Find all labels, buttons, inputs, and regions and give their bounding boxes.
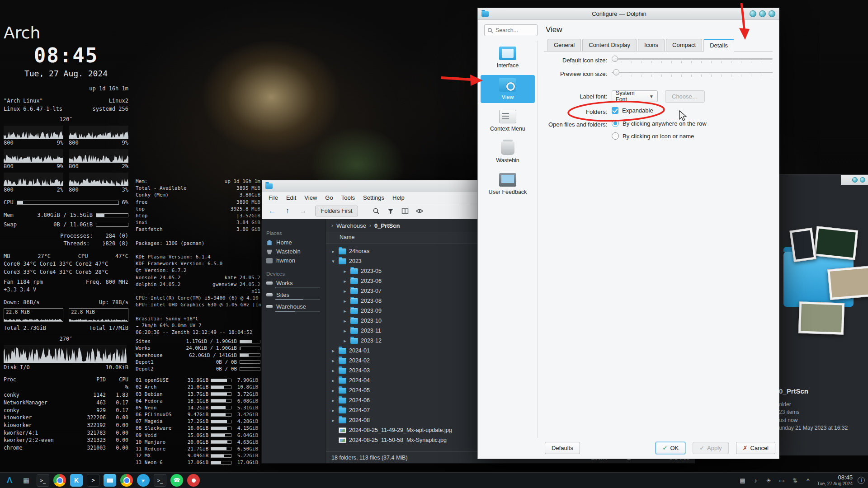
expander-icon[interactable] (330, 388, 336, 394)
close-icon[interactable] (769, 10, 775, 17)
device-entry[interactable]: Sites (262, 290, 326, 300)
settings-search[interactable] (484, 24, 538, 36)
expander-icon[interactable] (330, 408, 336, 413)
expander-icon[interactable] (330, 358, 336, 364)
dialog-titlebar[interactable]: Configure — Dolphin (478, 8, 779, 20)
brightness-icon[interactable]: ☀ (764, 477, 773, 484)
maximize-icon[interactable] (852, 177, 858, 183)
expander-icon[interactable] (342, 298, 348, 304)
filter-icon[interactable] (387, 207, 394, 215)
expander-icon[interactable] (342, 268, 348, 274)
radio-selected-icon[interactable] (612, 120, 619, 127)
forward-icon[interactable]: → (297, 206, 309, 216)
choose-font-button[interactable]: Choose… (665, 90, 705, 103)
terminal-launcher[interactable] (87, 474, 99, 487)
breadcrumb-item[interactable]: 0_PrtScn (374, 222, 400, 229)
menu-item[interactable]: Go (321, 193, 337, 202)
defaults-button[interactable]: Defaults (545, 442, 580, 454)
tab[interactable]: Icons (638, 39, 665, 51)
menu-item[interactable]: Settings (359, 193, 388, 202)
file-name: 2023-08 (361, 298, 382, 304)
close-icon[interactable] (860, 177, 865, 183)
chrome-launcher[interactable] (53, 474, 66, 487)
expander-icon[interactable] (330, 348, 336, 354)
slider-handle[interactable] (612, 56, 618, 62)
places-item[interactable]: hwmon (262, 255, 326, 264)
mount-usage: 0B / 0B (172, 366, 237, 372)
open-icon-option[interactable]: By clicking on icon or name (612, 132, 694, 140)
clipboard-icon[interactable]: ▤ (738, 477, 746, 484)
whatsapp-task[interactable] (170, 474, 183, 487)
places-item[interactable]: Home (262, 237, 326, 246)
volume-icon[interactable]: ♪ (751, 477, 760, 484)
search-input[interactable] (495, 27, 532, 33)
background-file-window[interactable]: 0_PrtScn older 23 items ust now unday 21… (775, 174, 868, 455)
open-row-option[interactable]: By clicking anywhere on the row (612, 120, 707, 127)
maximize-icon[interactable] (759, 10, 766, 17)
checkbox-checked-icon[interactable] (612, 107, 618, 114)
expander-icon[interactable] (330, 368, 336, 374)
cancel-button[interactable]: ✗ Cancel (736, 442, 775, 454)
folders-first-button[interactable]: Folders First (315, 206, 358, 216)
tab[interactable]: Content Display (582, 39, 637, 51)
system-settings-launcher[interactable] (70, 474, 83, 487)
konsole-task[interactable] (154, 474, 166, 487)
slider-handle[interactable] (613, 69, 619, 75)
background-window-titlebar (841, 175, 868, 185)
expander-icon[interactable] (342, 328, 348, 334)
radio-unselected-icon[interactable] (612, 132, 619, 140)
tab[interactable]: Details (703, 39, 734, 52)
label-font-select[interactable]: System Font ▼ (612, 90, 658, 102)
dolphin-task[interactable] (104, 474, 116, 487)
ok-button[interactable]: ✓ OK (656, 442, 685, 454)
display-icon[interactable]: ▭ (778, 477, 786, 484)
configure-dolphin-dialog[interactable]: Configure — Dolphin Interface View (477, 8, 779, 459)
net-up-waveform (69, 316, 127, 321)
expander-icon[interactable] (342, 318, 348, 324)
media-task[interactable] (187, 474, 200, 487)
up-icon[interactable]: ↑ (282, 206, 293, 216)
konsole-launcher[interactable] (37, 474, 49, 487)
apply-button[interactable]: ✓ Apply (693, 442, 728, 454)
menu-item[interactable]: Edit (282, 193, 300, 202)
notifications-icon[interactable]: i (858, 477, 865, 484)
User Feedback[interactable]: User Feedback (481, 170, 535, 198)
info-line-right: gwenview 24.05.2 (212, 281, 260, 288)
keep-above-icon[interactable] (750, 10, 756, 17)
network-icon[interactable]: ⇅ (791, 477, 799, 484)
Wastebin[interactable]: Wastebin (481, 138, 535, 166)
preview-icon-size-slider[interactable] (612, 68, 773, 78)
expandable-folders-option[interactable]: Expandable (612, 107, 653, 114)
split-view-icon[interactable] (401, 207, 409, 215)
default-icon-size-slider[interactable] (612, 54, 773, 64)
expander-icon[interactable] (330, 378, 336, 384)
expander-icon[interactable] (342, 308, 348, 314)
expander-icon[interactable] (330, 258, 336, 264)
expander-icon[interactable] (342, 288, 348, 294)
menu-item[interactable]: Tools (337, 193, 359, 202)
expander-icon[interactable] (342, 278, 348, 284)
taskbar-clock[interactable]: 08:45 Tue, 27 Aug 2024 (817, 474, 853, 487)
menu-item[interactable]: Help (388, 193, 409, 202)
expander-icon[interactable] (330, 249, 336, 254)
expander-icon[interactable] (330, 398, 336, 404)
expander-icon[interactable] (330, 418, 336, 423)
device-entry[interactable]: Works (262, 278, 326, 288)
places-item[interactable]: Wastebin (262, 246, 326, 255)
tab[interactable]: Compact (666, 39, 702, 51)
search-icon[interactable] (373, 207, 380, 215)
pager-widget[interactable] (20, 474, 33, 487)
chrome-task[interactable] (120, 474, 133, 487)
tab[interactable]: General (547, 39, 581, 51)
menu-item[interactable]: File (264, 193, 282, 202)
device-entry[interactable]: Warehouse (262, 301, 326, 312)
preview-eye-icon[interactable] (416, 207, 423, 215)
mem-value: 3.80GiB / 15.5GiB (17, 211, 93, 219)
breadcrumb-item[interactable]: Warehouse (336, 222, 366, 229)
expander-icon[interactable] (342, 338, 348, 344)
expand-tray-icon[interactable]: ^ (804, 477, 812, 484)
menu-item[interactable]: View (300, 193, 321, 202)
back-icon[interactable]: ← (266, 206, 278, 216)
telegram-task[interactable] (137, 474, 150, 487)
arch-menu[interactable] (3, 474, 16, 487)
